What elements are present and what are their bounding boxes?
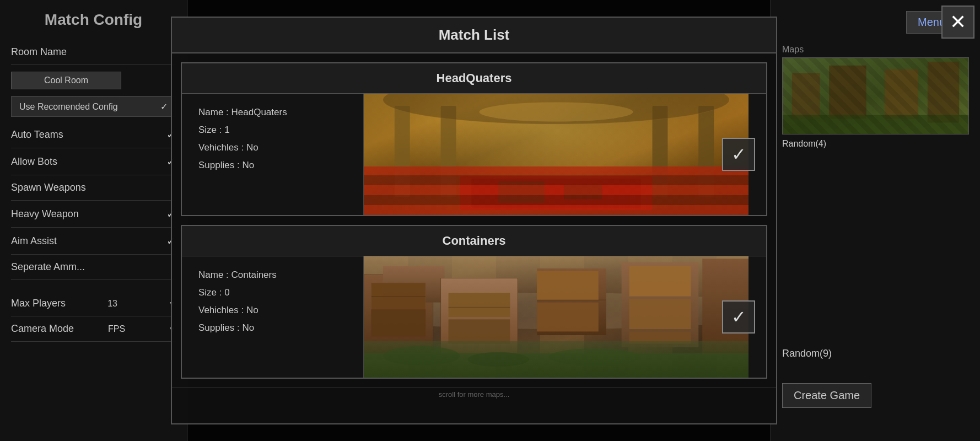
close-icon: ✕ [950, 10, 966, 34]
svg-rect-39 [928, 62, 959, 122]
map-containers-background [364, 256, 749, 378]
map-hq-info-vehicles: Vehichles : No [198, 142, 347, 153]
svg-rect-38 [885, 69, 918, 119]
map-count-label: Random(4) [782, 139, 826, 149]
map-containers-name: Containers [193, 234, 755, 248]
svg-rect-5 [460, 176, 653, 211]
map-hq-info-supplies: Supplies : No [198, 160, 347, 171]
container-shapes-overlay [364, 256, 749, 378]
config-allow-bots-label: Allow Bots [11, 156, 57, 168]
map-containers-info: Name : Containers Size : 0 Vehichles : N… [182, 256, 364, 378]
map-hq-body: Name : HeadQuaters Size : 1 Vehichles : … [182, 94, 766, 215]
map-containers-info-supplies: Supplies : No [198, 322, 347, 334]
config-heavy-weapon[interactable]: Heavy Weapon ✓ [11, 201, 176, 228]
room-name-section: Room Name [11, 40, 176, 65]
svg-rect-35 [783, 58, 968, 134]
config-aim-assist[interactable]: Aim Assist ✓ [11, 228, 176, 255]
map-containers-info-size: Size : 0 [198, 287, 347, 298]
max-players-row[interactable]: Max Players 13 ▼ [11, 291, 176, 316]
left-panel: Match Config Room Name Use Recomended Co… [0, 0, 187, 441]
use-recommended-label: Use Recomended Config [19, 102, 118, 112]
map-card-hq-header: HeadQuaters [182, 63, 766, 94]
modal-title: Match List [183, 26, 765, 44]
scroll-hint: scroll for more maps... [172, 388, 776, 401]
create-game-button[interactable]: Create Game [782, 383, 871, 408]
config-spawn-weapons-label: Spawn Weapons [11, 182, 86, 193]
left-panel-title: Match Config [11, 11, 176, 29]
preview-svg [783, 58, 968, 134]
svg-rect-37 [829, 66, 866, 119]
map-containers-svg [364, 256, 749, 378]
map-preview-thumbnail [782, 57, 969, 135]
config-heavy-weapon-label: Heavy Weapon [11, 208, 79, 220]
config-spawn-weapons[interactable]: Spawn Weapons [11, 175, 176, 201]
camera-mode-row[interactable]: Camera Mode FPS ▼ [11, 316, 176, 342]
room-name-input-row [11, 65, 176, 96]
svg-rect-40 [783, 115, 968, 135]
use-recommended-check: ✓ [160, 101, 168, 112]
select-hq-button[interactable]: ✓ [722, 138, 755, 171]
map-hq-image [364, 94, 749, 215]
config-separate-ammo[interactable]: Seperate Amm... [11, 255, 176, 280]
svg-point-29 [467, 352, 529, 367]
map-containers-body: Name : Containers Size : 0 Vehichles : N… [182, 256, 766, 378]
svg-point-7 [479, 102, 633, 121]
max-players-label: Max Players [11, 298, 66, 309]
config-auto-teams[interactable]: Auto Teams ✓ [11, 121, 176, 148]
camera-mode-value: FPS [108, 324, 125, 334]
svg-point-28 [383, 346, 460, 365]
select-containers-button[interactable]: ✓ [722, 300, 755, 334]
map-containers-info-name: Name : Containers [198, 270, 347, 281]
svg-point-30 [548, 348, 641, 365]
map-hq-background [364, 94, 749, 215]
match-list-modal: Match List HeadQuaters Name : HeadQuater… [171, 17, 777, 424]
map-hq-svg [364, 94, 749, 215]
room-name-label: Room Name [11, 46, 67, 58]
use-recommended-btn[interactable]: Use Recomended Config ✓ [11, 96, 176, 117]
config-separate-ammo-label: Seperate Amm... [11, 261, 85, 273]
map-hq-info-name: Name : HeadQuaters [198, 107, 347, 118]
right-panel: Menu ▶ Maps Random(4) Random(9) [771, 0, 980, 441]
config-aim-assist-label: Aim Assist [11, 235, 57, 247]
max-players-value: 13 [107, 299, 117, 309]
svg-rect-34 [364, 256, 749, 378]
svg-rect-8 [498, 181, 545, 203]
modal-content: HeadQuaters Name : HeadQuaters Size : 1 … [172, 62, 776, 412]
close-button[interactable]: ✕ [941, 6, 974, 39]
map-count-row: Random(4) [782, 139, 969, 149]
svg-rect-3 [698, 106, 714, 197]
scroll-hint-text: scroll for more maps... [439, 390, 510, 399]
select-hq-checkmark: ✓ [731, 144, 746, 165]
config-auto-teams-label: Auto Teams [11, 129, 63, 141]
camera-mode-label: Camera Mode [11, 323, 74, 335]
svg-rect-27 [364, 353, 749, 378]
svg-rect-0 [395, 106, 410, 197]
random-label: Random(9) [782, 348, 832, 359]
map-hq-info: Name : HeadQuaters Size : 1 Vehichles : … [182, 94, 364, 215]
svg-rect-9 [564, 185, 602, 199]
map-card-headquarters: HeadQuaters Name : HeadQuaters Size : 1 … [181, 62, 767, 216]
map-hq-name: HeadQuaters [193, 71, 755, 85]
map-card-containers-header: Containers [182, 226, 766, 256]
maps-section-label: Maps [782, 45, 969, 55]
map-containers-image [364, 256, 749, 378]
map-card-containers: Containers Name : Containers Size : 0 Ve… [181, 225, 767, 379]
svg-rect-36 [792, 73, 820, 119]
svg-rect-6 [471, 179, 640, 208]
map-hq-info-size: Size : 1 [198, 125, 347, 136]
room-name-input[interactable] [11, 72, 121, 89]
select-containers-checkmark: ✓ [731, 306, 746, 327]
config-allow-bots[interactable]: Allow Bots ✓ [11, 148, 176, 175]
map-containers-info-vehicles: Vehichles : No [198, 305, 347, 316]
random-label-row: Random(9) [782, 348, 969, 359]
modal-header: Match List [172, 18, 776, 53]
